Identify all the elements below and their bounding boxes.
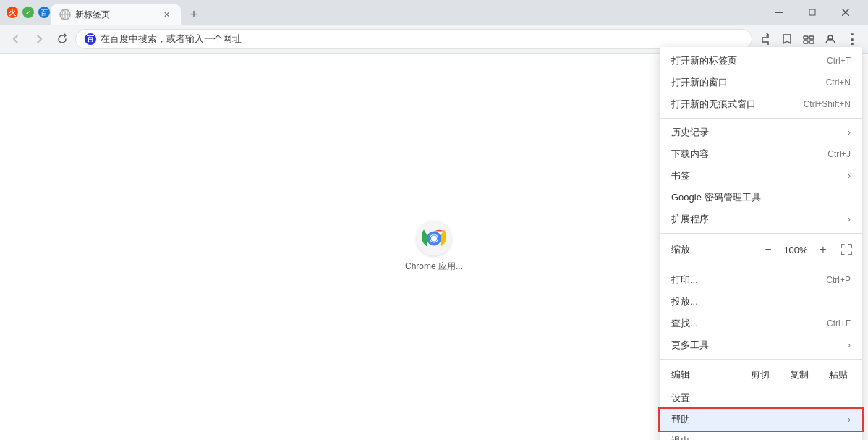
chrome-app-label: Chrome 应用... [405,261,463,273]
menu-item-extensions[interactable]: 扩展程序 › [660,208,862,230]
tab-close-btn[interactable]: ✕ [161,9,172,20]
paste-btn[interactable]: 粘贴 [820,365,856,384]
menu-item-more-tools[interactable]: 更多工具 › [660,334,862,356]
tab-title: 新标签页 [75,9,156,21]
zoom-label: 缩放 [665,243,755,256]
divider-2 [660,233,862,234]
menu-item-new-tab[interactable]: 打开新的标签页 Ctrl+T [660,50,862,72]
share-btn[interactable] [755,29,775,49]
zoom-row: 缩放 − 100% + [660,237,862,263]
minimize-btn[interactable] [762,0,796,25]
address-bar[interactable]: 百 [75,29,752,49]
active-tab[interactable]: 新标签页 ✕ [51,4,181,25]
tab-overview-btn[interactable] [799,29,819,49]
zoom-percent: 100% [781,245,810,255]
chrome-app-shortcut[interactable]: Chrome 应用... [405,221,463,273]
bookmark-btn[interactable] [777,29,797,49]
extension-icon-1: 火 [6,6,19,19]
tab-favicon [59,9,71,20]
window-controls [762,0,862,25]
svg-rect-10 [775,12,783,13]
address-input[interactable] [101,33,743,44]
edit-label: 编辑 [665,368,739,381]
zoom-plus-btn[interactable]: + [813,240,833,260]
edit-row: 编辑 剪切 复制 粘贴 [660,363,862,387]
toolbar-right-buttons: ⋮ [755,29,862,49]
menu-item-downloads[interactable]: 下载内容 Ctrl+J [660,143,862,165]
back-btn[interactable] [6,29,26,49]
context-menu: 打开新的标签页 Ctrl+T 打开新的窗口 Ctrl+N 打开新的无痕式窗口 C… [660,47,862,440]
browser-icons: 火 ✓ 百 [6,6,51,19]
menu-item-passwords[interactable]: Google 密码管理工具 [660,187,862,208]
menu-item-incognito[interactable]: 打开新的无痕式窗口 Ctrl+Shift+N [660,93,862,115]
title-bar: 火 ✓ 百 新标签页 ✕ + [0,0,868,25]
svg-rect-15 [809,36,814,39]
divider-1 [660,118,862,119]
menu-item-help[interactable]: 帮助 › [660,409,862,431]
menu-item-print[interactable]: 打印... Ctrl+P [660,269,862,291]
zoom-minus-btn[interactable]: − [758,240,778,260]
close-btn[interactable] [829,0,862,25]
menu-btn[interactable]: ⋮ [842,29,862,49]
menu-item-history[interactable]: 历史记录 › [660,122,862,143]
new-tab-button[interactable]: + [184,4,204,25]
chrome-logo-svg [422,227,446,250]
divider-3 [660,266,862,266]
chrome-logo [417,221,451,256]
menu-item-exit[interactable]: 退出 [660,431,862,440]
profile-btn[interactable] [820,29,841,49]
zoom-fullscreen-btn[interactable] [836,240,856,260]
menu-item-settings[interactable]: 设置 [660,387,862,409]
svg-rect-16 [804,41,808,43]
tab-bar: 新标签页 ✕ + [51,0,762,25]
refresh-btn[interactable] [52,29,72,49]
menu-item-find[interactable]: 查找... Ctrl+F [660,313,862,334]
site-favicon: 百 [85,33,96,45]
svg-text:百: 百 [41,9,48,17]
svg-rect-17 [809,41,814,43]
extension-icon-2: ✓ [22,6,35,19]
svg-point-22 [431,236,437,242]
restore-btn[interactable] [796,0,829,25]
svg-text:✓: ✓ [25,9,31,17]
extension-icon-3: 百 [38,6,51,19]
forward-btn[interactable] [29,29,49,49]
svg-rect-14 [804,36,808,39]
divider-4 [660,359,862,360]
cut-btn[interactable]: 剪切 [742,365,778,384]
menu-item-cast[interactable]: 投放... [660,291,862,313]
copy-btn[interactable]: 复制 [781,365,817,384]
svg-text:火: 火 [8,9,17,17]
menu-item-new-window[interactable]: 打开新的窗口 Ctrl+N [660,72,862,93]
menu-item-bookmarks[interactable]: 书签 › [660,165,862,187]
svg-rect-11 [809,9,815,15]
